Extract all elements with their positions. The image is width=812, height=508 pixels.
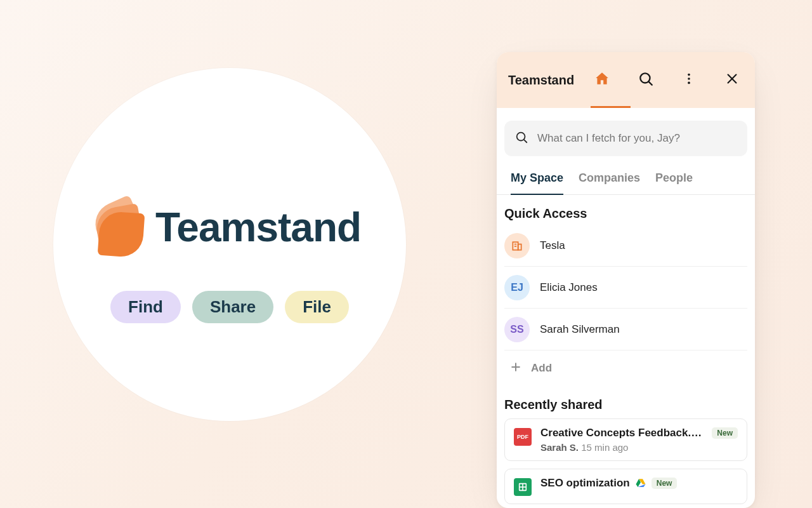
new-badge: New [712, 427, 738, 439]
tab-my-space[interactable]: My Space [511, 171, 563, 195]
recent-item[interactable]: PDF Creative Concepts Feedback.pdf New S… [504, 418, 747, 461]
recently-shared-title: Recently shared [504, 398, 747, 416]
svg-rect-10 [518, 244, 521, 250]
search-button[interactable] [637, 71, 655, 89]
active-tab-indicator [591, 106, 631, 108]
recent-item-author: Sarah S. [540, 442, 579, 453]
app-title: Teamstand [508, 73, 574, 88]
promo-pill-find: Find [110, 291, 181, 323]
svg-point-3 [688, 77, 690, 80]
quick-access-add-label: Add [531, 362, 552, 375]
promo-panel: Teamstand Find Share File [53, 68, 406, 421]
quick-access-item[interactable]: EJ Elicia Jones [504, 267, 747, 309]
search-icon [514, 130, 528, 147]
search-box[interactable] [504, 121, 747, 156]
quick-access-item[interactable]: Tesla [504, 225, 747, 267]
recently-shared-list: PDF Creative Concepts Feedback.pdf New S… [504, 416, 747, 504]
tab-companies[interactable]: Companies [579, 171, 640, 194]
recently-shared-section: Recently shared PDF Creative Concepts Fe… [497, 386, 755, 504]
plus-icon [509, 361, 522, 377]
quick-access-label: Sarah Silverman [540, 323, 620, 336]
quick-access-item[interactable]: SS Sarah Silverman [504, 309, 747, 351]
sheet-file-icon [514, 478, 532, 496]
recent-item-title: Creative Concepts Feedback.pdf [540, 427, 707, 439]
close-button[interactable] [723, 71, 741, 89]
google-drive-icon [635, 478, 646, 489]
search-icon [638, 70, 654, 90]
home-icon [594, 70, 610, 90]
search-input[interactable] [537, 132, 737, 145]
quick-access-add-button[interactable]: Add [504, 351, 747, 386]
home-button[interactable] [593, 71, 611, 89]
svg-point-2 [688, 74, 690, 76]
recent-item-title: SEO optimization [540, 477, 630, 490]
close-icon [725, 72, 739, 88]
promo-pill-file: File [285, 291, 349, 323]
tab-people[interactable]: People [655, 171, 693, 194]
promo-brand-row: Teamstand [98, 199, 361, 256]
new-badge: New [652, 478, 678, 489]
company-avatar-icon [504, 233, 530, 258]
tabs: My Space Companies People [497, 156, 755, 195]
promo-pill-row: Find Share File [110, 291, 349, 323]
recent-item-time: 15 min ago [581, 442, 628, 453]
app-card: Teamstand [497, 52, 755, 508]
more-vertical-icon [682, 72, 696, 88]
search-wrap [497, 108, 755, 156]
svg-line-8 [524, 140, 527, 142]
person-avatar: EJ [504, 275, 530, 300]
promo-pill-share: Share [192, 291, 273, 323]
quick-access-section: Quick Access Tesla EJ Elicia Jones SS Sa… [497, 195, 755, 386]
svg-point-4 [688, 82, 690, 84]
quick-access-label: Elicia Jones [540, 281, 598, 294]
promo-brand-name: Teamstand [155, 204, 361, 251]
pdf-file-icon: PDF [514, 428, 532, 446]
recent-item-meta: Sarah S. 15 min ago [540, 442, 738, 453]
svg-line-1 [649, 82, 652, 85]
more-button[interactable] [680, 71, 698, 89]
recent-item[interactable]: SEO optimization New [504, 469, 747, 504]
person-avatar: SS [504, 317, 530, 342]
app-header: Teamstand [497, 52, 755, 108]
quick-access-title: Quick Access [504, 206, 747, 225]
quick-access-list: Tesla EJ Elicia Jones SS Sarah Silverman… [504, 225, 747, 386]
teamstand-logo-icon [98, 199, 143, 256]
quick-access-label: Tesla [540, 239, 565, 252]
